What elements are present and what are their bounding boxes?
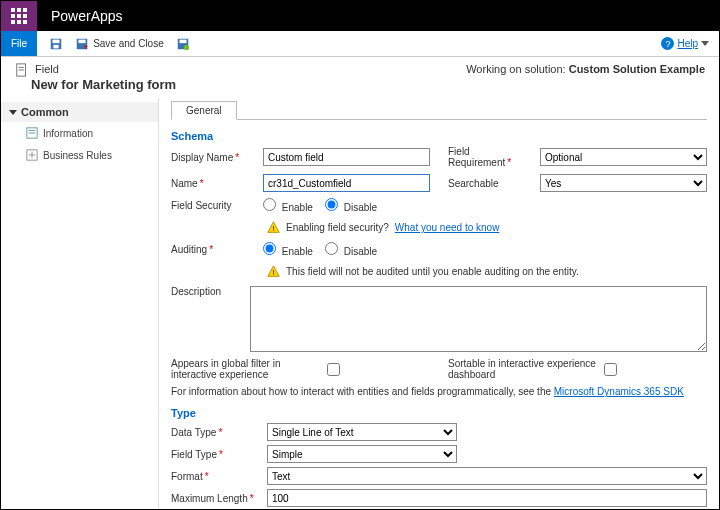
svg-rect-6 <box>179 39 186 43</box>
save-close-icon <box>75 37 89 51</box>
svg-rect-2 <box>54 44 59 48</box>
svg-text:!: ! <box>272 224 274 233</box>
tab-general[interactable]: General <box>171 101 237 120</box>
display-name-input[interactable] <box>263 148 430 166</box>
svg-rect-1 <box>53 39 60 43</box>
help-link[interactable]: ? Help <box>661 37 719 50</box>
app-launcher[interactable] <box>1 1 37 31</box>
data-type-label: Data Type* <box>171 427 261 438</box>
sortable-checkbox[interactable] <box>604 363 617 376</box>
save-close-label: Save and Close <box>93 38 164 49</box>
searchable-label: Searchable <box>448 178 534 189</box>
description-input[interactable] <box>250 286 707 352</box>
save-close-button[interactable]: Save and Close <box>69 31 170 56</box>
save-button[interactable] <box>43 31 69 56</box>
sortable-label: Sortable in interactive experience dashb… <box>448 358 598 380</box>
auditing-label: Auditing* <box>171 244 257 255</box>
audit-enable-radio[interactable]: Enable <box>263 242 313 257</box>
max-length-label: Maximum Length* <box>171 493 261 504</box>
security-enable-radio[interactable]: Enable <box>263 198 313 213</box>
field-type-select[interactable]: Simple <box>267 445 457 463</box>
requirement-label: Field Requirement* <box>448 146 534 168</box>
name-input[interactable] <box>263 174 430 192</box>
section-type: Type <box>171 407 707 419</box>
searchable-select[interactable]: Yes <box>540 174 707 192</box>
display-name-label: Display Name* <box>171 152 257 163</box>
field-type-label: Field Type* <box>171 449 261 460</box>
save-as-button[interactable] <box>170 31 196 56</box>
format-label: Format* <box>171 471 261 482</box>
svg-rect-4 <box>79 39 86 43</box>
sdk-link[interactable]: Microsoft Dynamics 365 SDK <box>554 386 684 397</box>
side-nav: Common Information Business Rules <box>1 98 159 510</box>
audit-disable-radio[interactable]: Disable <box>325 242 377 257</box>
top-bar: PowerApps <box>1 1 719 31</box>
security-hint-link[interactable]: What you need to know <box>395 222 500 233</box>
data-type-select[interactable]: Single Line of Text <box>267 423 457 441</box>
content-area: General Schema Display Name* Field Requi… <box>159 98 719 510</box>
help-icon: ? <box>661 37 674 50</box>
ribbon: File Save and Close ? Help <box>1 31 719 57</box>
description-label: Description <box>171 286 244 297</box>
chevron-down-icon <box>9 110 17 115</box>
security-label: Field Security <box>171 200 257 211</box>
breadcrumb: Field <box>35 63 59 75</box>
global-filter-label: Appears in global filter in interactive … <box>171 358 321 380</box>
section-schema: Schema <box>171 130 707 142</box>
chevron-down-icon <box>701 41 709 46</box>
save-icon <box>49 37 63 51</box>
waffle-icon <box>11 8 27 24</box>
requirement-select[interactable]: Optional <box>540 148 707 166</box>
page-title: New for Marketing form <box>1 77 719 98</box>
solution-prefix: Working on solution: <box>466 63 565 75</box>
file-tab[interactable]: File <box>1 31 37 56</box>
svg-text:!: ! <box>272 268 274 277</box>
format-select[interactable]: Text <box>267 467 707 485</box>
save-as-icon <box>176 37 190 51</box>
side-section-common[interactable]: Common <box>1 102 158 122</box>
warning-icon: ! <box>267 221 280 234</box>
tab-strip: General <box>171 98 707 120</box>
max-length-input[interactable] <box>267 489 707 507</box>
field-icon <box>15 63 29 77</box>
security-disable-radio[interactable]: Disable <box>325 198 377 213</box>
global-filter-checkbox[interactable] <box>327 363 340 376</box>
page-header: Field Working on solution: Custom Soluti… <box>1 57 719 77</box>
name-label: Name* <box>171 178 257 189</box>
rules-icon <box>25 148 39 162</box>
svg-point-7 <box>184 44 189 49</box>
form-icon <box>25 126 39 140</box>
solution-name: Custom Solution Example <box>569 63 705 75</box>
brand-label: PowerApps <box>37 1 137 31</box>
side-item-business-rules[interactable]: Business Rules <box>1 144 158 166</box>
side-item-information[interactable]: Information <box>1 122 158 144</box>
warning-icon: ! <box>267 265 280 278</box>
